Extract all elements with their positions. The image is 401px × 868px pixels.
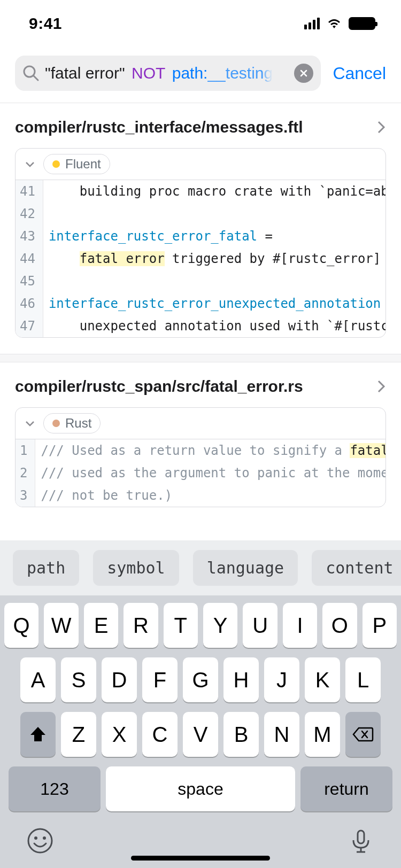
search-input[interactable]: "fatal error" NOT path: __testin g [45, 64, 289, 82]
battery-icon [349, 17, 375, 30]
key-y[interactable]: Y [203, 603, 237, 648]
key-w[interactable]: W [44, 603, 78, 648]
suggestion-language[interactable]: language [193, 550, 298, 586]
search-field[interactable]: "fatal error" NOT path: __testin g [15, 56, 321, 91]
key-a[interactable]: A [20, 657, 56, 702]
result-header[interactable]: compiler/rustc_span/src/fatal_error.rs [15, 362, 386, 407]
suggestion-path[interactable]: path [13, 550, 79, 586]
emoji-key[interactable] [27, 827, 53, 854]
suggestion-content[interactable]: content [312, 550, 401, 586]
line-number: 42 [16, 203, 43, 225]
key-e[interactable]: E [84, 603, 118, 648]
code-content: fatal error triggered by #[rustc_error] [43, 247, 386, 270]
search-icon [22, 65, 40, 82]
code-content [43, 270, 386, 292]
key-t[interactable]: T [164, 603, 198, 648]
key-p[interactable]: P [363, 603, 397, 648]
return-key[interactable]: return [300, 766, 392, 811]
key-d[interactable]: D [102, 657, 137, 702]
line-number: 41 [16, 180, 43, 203]
wifi-icon [326, 18, 342, 29]
code-line[interactable]: 2/// used as the argument to panic at th… [16, 462, 386, 484]
key-q[interactable]: Q [4, 603, 38, 648]
code-card-header[interactable]: Fluent [16, 149, 385, 180]
suggestion-bar: pathsymbollanguagecontent [0, 540, 401, 595]
code-snippet-card: Rust1/// Used as a return value to signi… [15, 407, 386, 507]
code-snippet-card: Fluent41 building proc macro crate with … [15, 148, 386, 338]
svg-point-2 [28, 829, 52, 852]
key-l[interactable]: L [345, 657, 381, 702]
dictation-key[interactable] [348, 827, 374, 854]
line-number: 47 [16, 315, 43, 337]
search-bar: "fatal error" NOT path: __testin g Cance… [0, 47, 401, 103]
key-k[interactable]: K [305, 657, 340, 702]
code-line[interactable]: 47 unexpected annotation used with `#[ru… [16, 315, 386, 337]
language-badge: Rust [43, 413, 101, 433]
key-r[interactable]: R [124, 603, 158, 648]
chevron-down-icon [24, 158, 36, 170]
line-number: 1 [16, 439, 35, 462]
cancel-button[interactable]: Cancel [321, 64, 386, 83]
code-line[interactable]: 3/// not be true.) [16, 484, 386, 507]
language-dot-icon [52, 420, 60, 427]
key-z[interactable]: Z [61, 712, 96, 757]
key-g[interactable]: G [183, 657, 218, 702]
status-icons [304, 17, 375, 30]
code-line[interactable]: 45 [16, 270, 386, 292]
language-badge: Fluent [43, 154, 110, 174]
suggestion-symbol[interactable]: symbol [93, 550, 179, 586]
language-name: Rust [65, 416, 91, 431]
code-line[interactable]: 44 fatal error triggered by #[rustc_erro… [16, 247, 386, 270]
close-icon [299, 69, 308, 78]
svg-point-4 [43, 836, 46, 840]
key-o[interactable]: O [322, 603, 357, 648]
key-j[interactable]: J [264, 657, 299, 702]
shift-key[interactable] [20, 712, 56, 757]
code-content: /// used as the argument to panic at the… [35, 462, 386, 484]
result-header[interactable]: compiler/rustc_interface/messages.ftl [15, 103, 386, 148]
search-result: compiler/rustc_span/src/fatal_error.rsRu… [0, 362, 401, 507]
key-v[interactable]: V [183, 712, 218, 757]
code-content: interface_rustc_error_fatal = [43, 225, 386, 247]
line-number: 43 [16, 225, 43, 247]
result-path: compiler/rustc_interface/messages.ftl [15, 118, 303, 136]
keyboard: pathsymbollanguagecontent QWERTYUIOP ASD… [0, 540, 401, 868]
line-number: 3 [16, 484, 35, 507]
code-content: building proc macro crate with `panic=ab… [43, 180, 386, 203]
key-n[interactable]: N [264, 712, 299, 757]
code-line[interactable]: 42 [16, 203, 386, 225]
home-indicator[interactable] [131, 856, 270, 861]
key-c[interactable]: C [142, 712, 178, 757]
code-line[interactable]: 1/// Used as a return value to signify a… [16, 439, 386, 462]
svg-line-1 [34, 76, 38, 80]
line-number: 46 [16, 292, 43, 315]
language-name: Fluent [65, 157, 101, 172]
number-mode-key[interactable]: 123 [9, 766, 101, 811]
key-s[interactable]: S [61, 657, 96, 702]
line-number: 45 [16, 270, 43, 292]
code-line[interactable]: 43interface_rustc_error_fatal = [16, 225, 386, 247]
code-line[interactable]: 46interface_rustc_error_unexpected_annot… [16, 292, 386, 315]
code-content: /// Used as a return value to signify a … [35, 439, 386, 462]
code-card-header[interactable]: Rust [16, 408, 385, 439]
key-u[interactable]: U [243, 603, 277, 648]
key-x[interactable]: X [102, 712, 137, 757]
key-i[interactable]: I [283, 603, 317, 648]
space-key[interactable]: space [106, 766, 295, 811]
language-dot-icon [52, 160, 60, 168]
clear-search-button[interactable] [294, 64, 313, 83]
result-path: compiler/rustc_span/src/fatal_error.rs [15, 377, 303, 396]
chevron-down-icon [24, 417, 36, 429]
shift-icon [29, 725, 47, 743]
key-h[interactable]: H [223, 657, 259, 702]
backspace-icon [352, 726, 374, 742]
chevron-right-icon [376, 120, 386, 135]
key-f[interactable]: F [142, 657, 178, 702]
code-line[interactable]: 41 building proc macro crate with `panic… [16, 180, 386, 203]
section-divider [0, 354, 401, 362]
key-m[interactable]: M [305, 712, 340, 757]
backspace-key[interactable] [345, 712, 381, 757]
key-b[interactable]: B [223, 712, 259, 757]
search-results: compiler/rustc_interface/messages.ftlFlu… [0, 103, 401, 523]
chevron-right-icon [376, 379, 386, 394]
